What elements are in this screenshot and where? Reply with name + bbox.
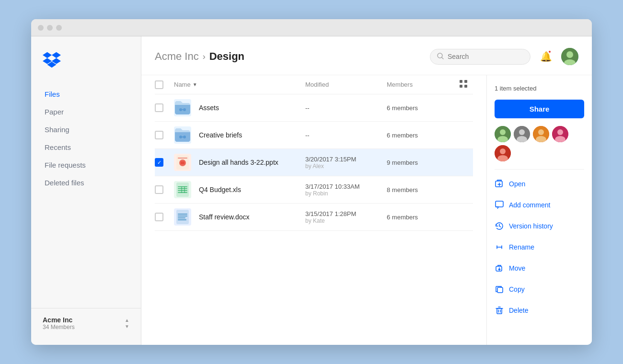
search-input[interactable]: [448, 53, 523, 60]
header-actions: 🔔: [430, 48, 578, 65]
row-filename-pptx: Design all hands 3-22.pptx: [199, 159, 278, 166]
modified-by-docx: by Kate: [305, 217, 387, 224]
svg-point-10: [183, 108, 186, 111]
svg-rect-53: [497, 308, 502, 314]
sidebar-footer-text: Acme Inc 34 Members: [43, 316, 75, 330]
traffic-light-minimize[interactable]: [47, 25, 53, 31]
row-checkbox-docx[interactable]: [155, 213, 163, 221]
search-icon: [437, 53, 444, 61]
row-modified-docx: 3/15/2017 1:28PM by Kate: [305, 210, 387, 224]
row-modified-assets: --: [305, 104, 387, 112]
share-button[interactable]: Share: [495, 100, 584, 118]
expand-arrows[interactable]: ▲ ▼: [125, 318, 129, 329]
svg-rect-24: [181, 186, 182, 193]
file-list: Name ▼ Modified Members: [141, 75, 486, 345]
panel-divider: [495, 169, 584, 170]
avatar-image: [561, 48, 578, 65]
svg-point-35: [519, 129, 525, 135]
move-icon: [495, 263, 504, 273]
svg-rect-21: [178, 188, 187, 189]
action-copy[interactable]: Copy: [495, 283, 584, 296]
member-avatar-3: [533, 126, 549, 142]
action-move[interactable]: Move: [495, 262, 584, 275]
modified-by-xls: by Robin: [305, 190, 387, 197]
sidebar-item-file-requests[interactable]: File requests: [39, 156, 133, 174]
row-name-pptx: Design all hands 3-22.pptx: [174, 154, 305, 171]
header-grid-col[interactable]: [454, 80, 473, 89]
modified-date-xls: 3/17/2017 10:33AM: [305, 183, 387, 190]
action-delete-label: Delete: [509, 307, 528, 314]
breadcrumb-parent: Acme Inc: [155, 50, 199, 63]
breadcrumb-current: Design: [209, 50, 244, 63]
traffic-light-close[interactable]: [38, 25, 44, 31]
search-bar[interactable]: [430, 49, 531, 65]
member-avatar-5: [495, 145, 511, 161]
title-bar: [31, 19, 592, 36]
row-filename-docx: Staff review.docx: [199, 213, 250, 221]
row-members-docx: 6 members: [387, 214, 454, 221]
svg-rect-19: [176, 182, 189, 197]
svg-point-41: [557, 129, 563, 135]
table-row[interactable]: Q4 Budget.xls 3/17/2017 10:33AM by Robin…: [155, 176, 473, 204]
svg-point-32: [500, 129, 506, 135]
svg-rect-20: [178, 186, 187, 187]
action-add-comment-label: Add comment: [509, 201, 550, 209]
notification-bell[interactable]: 🔔: [537, 48, 554, 65]
row-checkbox-pptx[interactable]: [155, 158, 163, 167]
company-name: Acme Inc: [43, 316, 75, 324]
browser-window: Files Paper Sharing Recents File request…: [31, 19, 592, 345]
sidebar-item-deleted-files[interactable]: Deleted files: [39, 174, 133, 192]
svg-rect-5: [460, 80, 462, 83]
user-avatar[interactable]: [561, 48, 578, 65]
row-check-assets: [155, 103, 174, 112]
row-filename-assets: Assets: [199, 104, 219, 112]
action-delete[interactable]: Delete: [495, 304, 584, 317]
row-checkbox-assets[interactable]: [155, 103, 163, 112]
action-copy-label: Copy: [509, 285, 525, 293]
main-header: Acme Inc › Design: [141, 36, 592, 75]
svg-point-38: [538, 129, 544, 135]
table-row[interactable]: Staff review.docx 3/15/2017 1:28PM by Ka…: [155, 204, 473, 231]
action-rename[interactable]: Rename: [495, 240, 584, 254]
header-name-label: Name: [174, 81, 191, 88]
pptx-icon: [174, 154, 191, 171]
table-row[interactable]: Design all hands 3-22.pptx 3/20/2017 3:1…: [155, 149, 473, 176]
member-avatar-2: [514, 126, 530, 142]
docx-icon: [174, 208, 191, 226]
svg-point-44: [500, 148, 506, 154]
folder-icon-assets: [174, 99, 191, 116]
svg-rect-26: [176, 210, 189, 224]
sidebar-item-recents[interactable]: Recents: [39, 138, 133, 156]
sidebar-item-paper[interactable]: Paper: [39, 103, 133, 121]
row-checkbox-xls[interactable]: [155, 185, 163, 194]
svg-rect-23: [178, 192, 187, 193]
action-version-history-label: Version history: [509, 222, 553, 230]
table-row[interactable]: Assets -- 6 members: [155, 94, 473, 122]
row-check-pptx: [155, 158, 174, 167]
svg-point-9: [179, 108, 182, 111]
row-name-briefs: Creative briefs: [174, 126, 305, 144]
row-checkbox-briefs[interactable]: [155, 131, 163, 139]
member-avatar-1: [495, 126, 511, 142]
action-add-comment[interactable]: Add comment: [495, 198, 584, 212]
file-area: Name ▼ Modified Members: [141, 75, 592, 345]
action-move-label: Move: [509, 264, 525, 272]
delete-icon: [495, 306, 504, 315]
logo-area: [31, 51, 141, 85]
action-open[interactable]: Open: [495, 177, 584, 191]
svg-rect-27: [178, 214, 187, 215]
traffic-light-maximize[interactable]: [56, 25, 62, 31]
sidebar-item-files[interactable]: Files: [39, 85, 133, 103]
notification-dot: [548, 50, 552, 54]
action-version-history[interactable]: Version history: [495, 219, 584, 233]
action-open-label: Open: [509, 180, 525, 188]
row-name-xls: Q4 Budget.xls: [174, 181, 305, 198]
member-avatars: [495, 126, 584, 161]
svg-rect-29: [178, 217, 185, 218]
select-all-checkbox[interactable]: [155, 80, 163, 89]
sort-icon[interactable]: ▼: [193, 82, 197, 87]
folder-icon-briefs: [174, 126, 191, 144]
table-row[interactable]: Creative briefs -- 6 members: [155, 122, 473, 149]
sidebar-item-sharing[interactable]: Sharing: [39, 121, 133, 138]
breadcrumb: Acme Inc › Design: [155, 50, 244, 63]
